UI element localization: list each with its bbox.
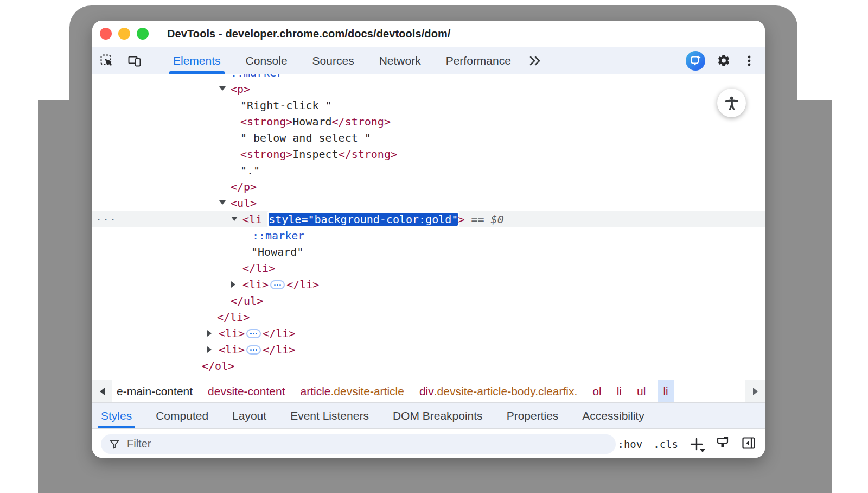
- toggle-hover-state-button[interactable]: :hov: [617, 438, 642, 450]
- dom-tree-row[interactable]: <strong>Howard</strong>: [92, 113, 765, 130]
- dom-tree: ::marker<p>"Right-click "<strong>Howard<…: [92, 74, 765, 374]
- dom-tree-row[interactable]: <ul>: [92, 195, 765, 211]
- code-segment-tag: </li>: [286, 278, 319, 291]
- tab-sources[interactable]: Sources: [312, 47, 354, 74]
- collapsed-content-icon[interactable]: [246, 329, 261, 338]
- toggle-classes-button[interactable]: .cls: [653, 438, 678, 450]
- tab-network[interactable]: Network: [379, 47, 421, 74]
- dom-tree-row[interactable]: ::marker: [92, 74, 765, 81]
- ai-assistant-icon[interactable]: [686, 51, 705, 71]
- dom-tree-row[interactable]: "Howard": [92, 244, 765, 260]
- dom-tree-row[interactable]: </p>: [92, 179, 765, 195]
- expand-arrow-down-icon[interactable]: [219, 200, 226, 205]
- devtools-toolbar: Elements Console Sources Network Perform…: [92, 47, 765, 74]
- dom-tree-row[interactable]: <li></li>: [92, 325, 765, 342]
- dom-tree-row-selected[interactable]: ···<li style="background-color:gold"> ==…: [92, 211, 765, 227]
- dom-tree-row[interactable]: </li>: [92, 309, 765, 325]
- breadcrumb-item-ul[interactable]: ul: [637, 380, 646, 402]
- code-segment-text: ".": [240, 164, 260, 177]
- close-button[interactable]: [100, 28, 112, 40]
- tab-performance[interactable]: Performance: [446, 47, 511, 74]
- code-segment-tag: <li: [242, 213, 262, 226]
- expand-arrow-right-icon[interactable]: [207, 330, 212, 337]
- triangle-left-icon: [100, 388, 105, 395]
- toolbar-right-divider: [674, 53, 674, 69]
- breadcrumb: e-main-content devsite-content article.d…: [112, 380, 674, 402]
- breadcrumb-item-li[interactable]: li: [617, 380, 622, 402]
- breadcrumb-item-article[interactable]: article.devsite-article: [301, 380, 404, 402]
- expand-arrow-right-icon[interactable]: [231, 281, 235, 288]
- tab-console[interactable]: Console: [246, 47, 288, 74]
- code-segment-text: "Right-click ": [240, 99, 332, 112]
- tab-layout[interactable]: Layout: [232, 403, 266, 428]
- rendering-brush-icon[interactable]: [715, 435, 730, 453]
- accessibility-fab[interactable]: [717, 89, 746, 117]
- minimize-button[interactable]: [118, 28, 130, 40]
- new-style-rule-plus-icon[interactable]: [689, 437, 704, 452]
- dom-tree-row[interactable]: </ul>: [92, 293, 765, 309]
- styles-filter-bar: :hov .cls: [92, 429, 765, 458]
- code-segment-tag: </ul>: [231, 294, 263, 307]
- breadcrumb-item-devsite-content[interactable]: devsite-content: [208, 380, 285, 402]
- code-segment-text: Inspect: [292, 148, 338, 161]
- breadcrumb-item-ol[interactable]: ol: [592, 380, 601, 402]
- zoom-button[interactable]: [137, 28, 149, 40]
- dom-tree-row[interactable]: </li>: [92, 260, 765, 276]
- code-segment-attrsel: style="background-color:gold": [269, 213, 458, 226]
- code-segment-text: " below and select ": [240, 131, 371, 144]
- filter-pill[interactable]: [101, 434, 616, 454]
- expand-arrow-down-icon[interactable]: [219, 86, 226, 91]
- breadcrumb-item-article-body[interactable]: div.devsite-article-body.clearfix.: [419, 380, 577, 402]
- toggle-sidebar-icon[interactable]: [741, 435, 756, 453]
- triangle-right-icon: [753, 388, 758, 395]
- dom-tree-row[interactable]: <strong>Inspect</strong>: [92, 146, 765, 162]
- collapsed-content-icon[interactable]: [270, 280, 285, 289]
- dom-tree-row[interactable]: " below and select ": [92, 130, 765, 146]
- tab-accessibility[interactable]: Accessibility: [582, 403, 644, 428]
- inspect-icon[interactable]: [100, 54, 114, 68]
- code-segment-tag: >: [458, 213, 464, 226]
- code-segment-text: "Howard": [251, 245, 303, 258]
- code-segment-tag: <strong>: [240, 115, 292, 128]
- dom-tree-row[interactable]: ::marker: [92, 227, 765, 244]
- tab-styles[interactable]: Styles: [101, 403, 132, 428]
- dom-tree-row[interactable]: <p>: [92, 81, 765, 97]
- dom-tree-row[interactable]: "Right-click ": [92, 97, 765, 113]
- dom-tree-row[interactable]: <li></li>: [92, 276, 765, 293]
- tab-computed[interactable]: Computed: [156, 403, 208, 428]
- breadcrumb-item-li-selected[interactable]: li: [658, 380, 673, 402]
- code-segment-tag: <ul>: [231, 197, 257, 210]
- code-segment-pseudo: ::marker: [252, 229, 304, 242]
- more-tabs-button[interactable]: [527, 47, 542, 74]
- dom-tree-panel: ::marker<p>"Right-click "<strong>Howard<…: [92, 74, 765, 380]
- code-segment-text: Howard: [292, 115, 331, 128]
- expand-arrow-down-icon[interactable]: [231, 217, 238, 221]
- code-segment-pseudo: ::marker: [231, 74, 283, 79]
- filter-input[interactable]: [126, 437, 608, 451]
- breadcrumb-item-main-content[interactable]: e-main-content: [117, 380, 193, 402]
- code-segment-op: ==: [464, 213, 490, 226]
- tab-dom-breakpoints[interactable]: DOM Breakpoints: [393, 403, 483, 428]
- more-menu-icon[interactable]: [742, 54, 756, 68]
- expand-arrow-right-icon[interactable]: [207, 346, 212, 353]
- breadcrumb-scroll-left-button[interactable]: [92, 380, 112, 402]
- code-segment-tag: <p>: [231, 83, 250, 96]
- dom-tree-row[interactable]: ".": [92, 162, 765, 179]
- window-controls: [100, 28, 149, 40]
- breadcrumb-scroll-right-button[interactable]: [745, 380, 765, 402]
- chevron-double-right-icon: [527, 54, 542, 68]
- dom-tree-row[interactable]: <li></li>: [92, 342, 765, 358]
- dom-tree-row[interactable]: </ol>: [92, 358, 765, 374]
- tab-properties[interactable]: Properties: [507, 403, 559, 428]
- device-toolbar-icon[interactable]: [127, 54, 142, 68]
- tab-event-listeners[interactable]: Event Listeners: [290, 403, 369, 428]
- row-more-actions-icon[interactable]: ···: [95, 211, 117, 227]
- code-segment-dollar: $0: [491, 213, 504, 226]
- toolbar-divider: [152, 53, 152, 68]
- tab-elements[interactable]: Elements: [173, 47, 221, 74]
- collapsed-content-icon[interactable]: [246, 345, 261, 355]
- plus-dropdown-triangle-icon: [700, 449, 705, 452]
- settings-gear-icon[interactable]: [717, 54, 731, 68]
- code-segment-tag: </li>: [263, 343, 295, 356]
- code-segment-tag: </ol>: [202, 359, 234, 372]
